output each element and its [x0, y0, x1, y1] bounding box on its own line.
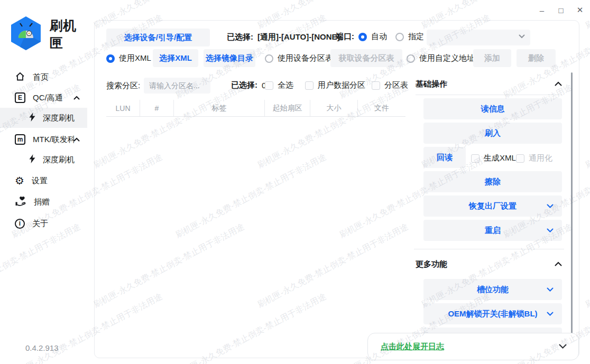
chevron-up-icon[interactable] [555, 262, 562, 266]
port-auto-label[interactable]: 自动 [371, 32, 387, 42]
selected-device-value: [通用]-[AUTO]-[NONE] [257, 32, 340, 42]
donate-heart-hand-icon [15, 196, 26, 208]
app-window: – □ ✕ 刷机匣 [0, 0, 590, 364]
chevron-up-icon[interactable] [73, 96, 80, 100]
column-header-file[interactable]: 文件 [358, 100, 405, 116]
factory-reset-button[interactable]: 恢复出厂设置 [423, 195, 562, 217]
generalize-checkbox[interactable] [516, 154, 524, 163]
partition-table-header: LUN # 标签 起始扇区 大小 文件 [106, 100, 405, 117]
generalize-label[interactable]: 通用化 [529, 153, 552, 163]
gear-icon: ⚙ [15, 175, 24, 186]
lightning-icon [29, 154, 35, 165]
use-xml-label[interactable]: 使用XML [119, 53, 151, 63]
sidebar-item-label: 设置 [32, 176, 48, 186]
watermark-text: 刷机匣-永久免费-禁止倒卖-禁止用于非法用途 [584, 221, 590, 311]
column-header-label[interactable]: 标签 [174, 100, 265, 116]
oem-unlock-button[interactable]: OEM解锁开关(非解锁BL) [423, 303, 562, 324]
sidebar-item-label: 深度刷机 [43, 155, 75, 165]
chevron-up-icon[interactable] [555, 81, 562, 86]
select-device-button[interactable]: 选择设备/引导/配置 [106, 29, 210, 46]
use-device-table-label[interactable]: 使用设备分区表 [278, 53, 333, 63]
watermark-text: 刷机匣-永久免费-禁止倒卖-禁止用于非法用途 [584, 82, 590, 171]
column-header-start-sector[interactable]: 起始扇区 [265, 100, 310, 116]
search-partition-label: 搜索分区: [106, 81, 140, 91]
gen-xml-label[interactable]: 生成XML [484, 153, 516, 163]
more-ops-title: 更多功能 [416, 259, 447, 269]
add-button[interactable]: 添加 [473, 49, 511, 67]
expand-log-link[interactable]: 点击此处展开日志 [381, 342, 444, 352]
chevron-down-icon [547, 312, 554, 316]
window-controls: – □ ✕ [536, 4, 586, 16]
chevron-down-icon [547, 204, 554, 209]
log-expander-bar[interactable]: 点击此处展开日志 [367, 333, 579, 360]
column-header-index[interactable]: # [140, 100, 174, 116]
sidebar-item-mtk-deep-flash[interactable]: 深度刷机 [0, 150, 87, 170]
qualcomm-chip-icon: E [15, 92, 25, 103]
chevron-down-icon [559, 344, 567, 349]
sidebar-item-label: 首页 [33, 72, 49, 82]
sidebar: 刷机匣 首页 E QC/高通 深度刷机 m MTK/联发科 [0, 0, 87, 364]
sidebar-item-label: 捐赠 [34, 197, 50, 207]
selected-count-label: 已选择: [231, 80, 257, 90]
userdata-partition-checkbox[interactable] [305, 81, 314, 90]
chevron-up-icon[interactable] [73, 137, 80, 142]
partition-table-label[interactable]: 分区表 [384, 80, 408, 90]
sidebar-item-home[interactable]: 首页 [0, 67, 87, 87]
maximize-icon[interactable]: □ [555, 4, 567, 16]
app-brand: 刷机匣 [10, 16, 87, 53]
mtk-chip-icon: m [15, 134, 25, 145]
main-panel: 选择设备/引导/配置 已选择: [通用]-[AUTO]-[NONE] 端口: 自… [94, 20, 579, 358]
sidebar-item-label: MTK/联发科 [33, 135, 76, 145]
port-specify-label[interactable]: 指定 [408, 32, 424, 42]
sidebar-item-settings[interactable]: ⚙ 设置 [0, 171, 87, 191]
sidebar-item-label: 关于 [32, 219, 48, 229]
select-all-label[interactable]: 全选 [278, 80, 293, 90]
userdata-partition-label[interactable]: 用户数据分区 [318, 80, 365, 90]
reboot-button[interactable]: 重启 [423, 220, 562, 241]
use-custom-address-label[interactable]: 使用自定义地址 [419, 53, 475, 63]
panel-scrollbar[interactable] [571, 72, 573, 339]
port-specify-radio[interactable] [395, 33, 404, 41]
search-partition-input[interactable] [144, 78, 210, 94]
select-xml-button[interactable]: 选择XML [153, 49, 198, 67]
chevron-down-icon [547, 287, 554, 292]
partition-table-checkbox[interactable] [372, 81, 380, 90]
app-logo-icon [10, 16, 42, 53]
use-custom-address-radio[interactable] [407, 54, 415, 63]
read-info-button[interactable]: 读信息 [423, 98, 562, 119]
flash-button[interactable]: 刷入 [423, 123, 562, 144]
basic-ops-title: 基础操作 [416, 79, 447, 89]
sidebar-item-label: QC/高通 [33, 93, 63, 103]
sidebar-item-about[interactable]: i 关于 [0, 213, 87, 234]
divider [416, 95, 562, 95]
close-icon[interactable]: ✕ [574, 4, 586, 16]
gen-xml-checkbox[interactable] [471, 154, 480, 163]
sidebar-item-qc-deep-flash[interactable]: 深度刷机 [0, 108, 87, 128]
chevron-down-icon [547, 228, 554, 233]
erase-button[interactable]: 擦除 [423, 171, 562, 192]
fetch-device-table-button[interactable]: 获取设备分区表 [330, 49, 402, 67]
port-auto-radio[interactable] [358, 33, 367, 41]
select-image-dir-button[interactable]: 选择镜像目录 [204, 49, 255, 67]
selected-device-label: 已选择: [227, 32, 253, 42]
slot-function-button[interactable]: 槽位功能 [423, 279, 562, 300]
sidebar-item-qc[interactable]: E QC/高通 [0, 88, 87, 108]
lightning-icon [29, 113, 35, 123]
delete-button[interactable]: 删除 [517, 49, 556, 67]
column-header-size[interactable]: 大小 [310, 100, 358, 116]
port-select-dropdown[interactable] [427, 30, 530, 45]
minimize-icon[interactable]: – [536, 4, 548, 16]
sidebar-item-mtk[interactable]: m MTK/联发科 [0, 129, 87, 150]
version-label: 0.4.2.913 [25, 343, 59, 352]
readback-button[interactable]: 回读 [423, 147, 466, 168]
sidebar-item-donate[interactable]: 捐赠 [0, 192, 87, 212]
use-xml-radio[interactable] [106, 54, 115, 63]
use-device-table-radio[interactable] [265, 54, 273, 63]
home-icon [15, 72, 25, 83]
port-label: 端口: [336, 32, 354, 42]
column-header-lun[interactable]: LUN [106, 100, 140, 116]
app-title: 刷机匣 [50, 17, 87, 52]
sidebar-item-label: 深度刷机 [43, 113, 75, 123]
info-icon: i [15, 219, 25, 229]
select-all-checkbox[interactable] [265, 81, 273, 90]
